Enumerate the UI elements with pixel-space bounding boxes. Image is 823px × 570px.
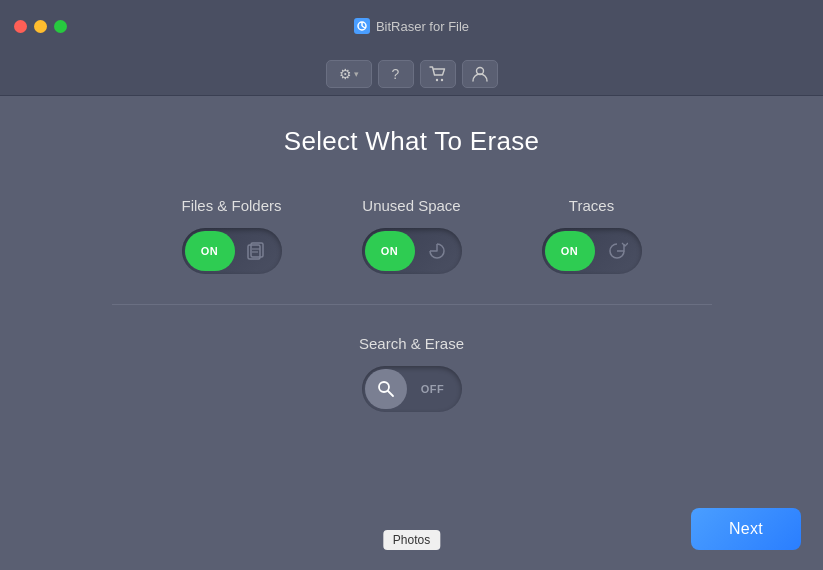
traces-label: Traces (569, 197, 614, 214)
settings-button[interactable]: ⚙ ▾ (326, 60, 372, 88)
next-button[interactable]: Next (691, 508, 801, 550)
photos-tooltip: Photos (383, 530, 440, 550)
unused-space-label: Unused Space (362, 197, 460, 214)
toggle-off-label: OFF (407, 383, 459, 395)
section-divider (112, 304, 712, 305)
cart-icon (429, 66, 447, 82)
unused-space-toggle[interactable]: ON (362, 228, 462, 274)
help-icon: ? (392, 66, 400, 82)
svg-point-3 (435, 78, 437, 80)
gear-icon: ⚙ (339, 66, 352, 82)
chevron-down-icon: ▾ (354, 69, 359, 79)
main-content: Select What To Erase Files & Folders ON (0, 96, 823, 570)
search-toggle-knob (365, 369, 407, 409)
search-erase-label: Search & Erase (359, 335, 464, 352)
maximize-button[interactable] (54, 20, 67, 33)
erase-options-row: Files & Folders ON Unused Space (181, 197, 641, 274)
traces-option: Traces ON (542, 197, 642, 274)
files-folders-option: Files & Folders ON (181, 197, 281, 274)
cart-button[interactable] (420, 60, 456, 88)
app-logo-icon (354, 18, 370, 34)
files-folders-label: Files & Folders (181, 197, 281, 214)
pie-chart-icon (415, 240, 459, 262)
traces-toggle[interactable]: ON (542, 228, 642, 274)
app-title-text: BitRaser for File (376, 19, 469, 34)
user-icon (472, 66, 488, 82)
app-title: BitRaser for File (354, 18, 469, 34)
toggle-on-knob-3: ON (545, 231, 595, 271)
history-icon (595, 240, 639, 262)
account-button[interactable] (462, 60, 498, 88)
toolbar: ⚙ ▾ ? (0, 52, 823, 96)
toggle-on-knob: ON (185, 231, 235, 271)
close-button[interactable] (14, 20, 27, 33)
svg-line-2 (362, 26, 365, 28)
search-erase-toggle[interactable]: OFF (362, 366, 462, 412)
page-title: Select What To Erase (284, 126, 540, 157)
help-button[interactable]: ? (378, 60, 414, 88)
titlebar: BitRaser for File (0, 0, 823, 52)
svg-line-11 (388, 391, 393, 396)
toggle-on-knob-2: ON (365, 231, 415, 271)
window-controls (14, 20, 67, 33)
unused-space-option: Unused Space ON (362, 197, 462, 274)
svg-point-4 (440, 78, 442, 80)
files-icon (235, 240, 279, 262)
files-folders-toggle[interactable]: ON (182, 228, 282, 274)
minimize-button[interactable] (34, 20, 47, 33)
search-erase-section: Search & Erase OFF (359, 335, 464, 412)
